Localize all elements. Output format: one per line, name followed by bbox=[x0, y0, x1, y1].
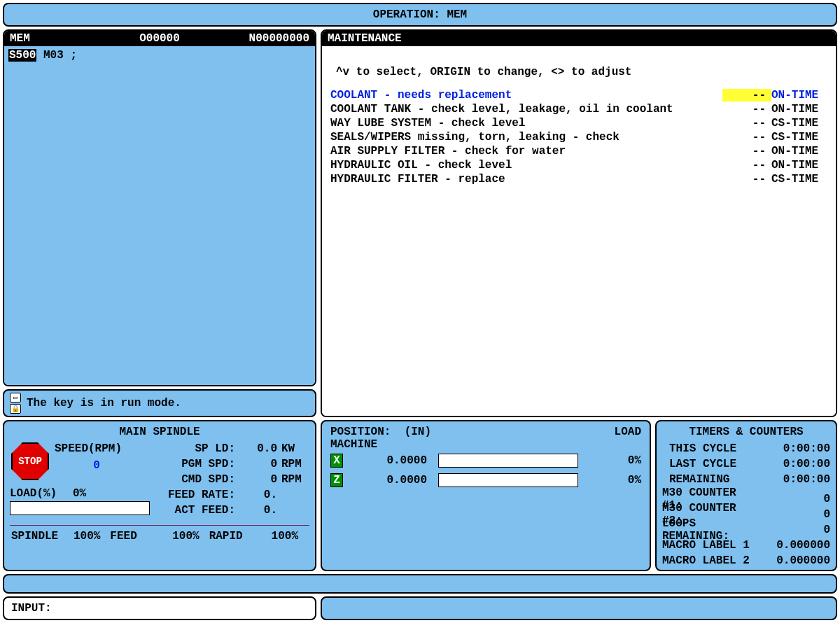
timer-value: 0.000000 bbox=[760, 539, 830, 552]
timer-row: LOOPS REMAINING:0 bbox=[662, 522, 830, 538]
operation-title: OPERATION: MEM bbox=[373, 8, 467, 21]
spindle-row-value: 0.0 bbox=[239, 442, 281, 455]
maintenance-time: ON-TIME bbox=[771, 89, 827, 102]
axis-value: 0.0000 bbox=[349, 454, 433, 467]
input-panel[interactable]: INPUT: bbox=[3, 596, 316, 620]
timer-value: 0:00:00 bbox=[760, 473, 830, 486]
timer-label: LAST CYCLE bbox=[662, 458, 760, 470]
maintenance-time: ON-TIME bbox=[771, 159, 827, 172]
maintenance-time: ON-TIME bbox=[771, 103, 827, 115]
maintenance-item[interactable]: AIR SUPPLY FILTER - check for water--ON-… bbox=[330, 144, 827, 158]
override-spindle-value: 100% bbox=[65, 530, 110, 542]
maintenance-desc: HYDRAULIC FILTER - replace bbox=[330, 173, 722, 186]
maintenance-time: ON-TIME bbox=[771, 145, 827, 158]
spindle-row: FEED RATE:0. bbox=[155, 487, 309, 503]
spindle-row: SP LD:0.0KW bbox=[155, 441, 309, 456]
program-header: MEM O00000 N00000000 bbox=[4, 31, 315, 46]
timer-value: 0 bbox=[760, 524, 830, 536]
maintenance-item[interactable]: HYDRAULIC FILTER - replace--CS-TIME bbox=[330, 172, 827, 186]
timer-label: REMAINING bbox=[662, 473, 760, 486]
axis-load-pct: 0% bbox=[584, 474, 641, 486]
axis-label: Z bbox=[330, 473, 343, 487]
maintenance-instructions: ^v to select, ORIGIN to change, <> to ad… bbox=[330, 60, 827, 88]
maintenance-item[interactable]: COOLANT TANK - check level, leakage, oil… bbox=[330, 102, 827, 116]
spindle-row-label: ACT FEED: bbox=[155, 504, 239, 517]
override-spindle-label: SPINDLE bbox=[11, 530, 58, 542]
position-load-label: LOAD bbox=[599, 426, 641, 438]
program-body[interactable]: S500 M03 ; bbox=[4, 46, 315, 385]
lock-icon: 🔒 bbox=[10, 404, 21, 414]
program-panel: MEM O00000 N00000000 S500 M03 ; bbox=[3, 29, 316, 386]
spindle-row-label: FEED RATE: bbox=[155, 489, 239, 501]
maintenance-value: -- bbox=[722, 173, 771, 186]
spindle-speed-value: 0 bbox=[55, 455, 122, 472]
program-token-highlight: S500 bbox=[8, 49, 36, 62]
maintenance-value: -- bbox=[722, 103, 771, 115]
setup-icon: ▭ bbox=[10, 393, 21, 402]
status-bar bbox=[3, 574, 837, 594]
maintenance-list[interactable]: COOLANT - needs replacement--ON-TIMECOOL… bbox=[330, 88, 827, 186]
operation-header: OPERATION: MEM bbox=[3, 3, 837, 27]
message-text: The key is in run mode. bbox=[27, 397, 181, 410]
timers-panel: TIMERS & COUNTERS THIS CYCLE0:00:00LAST … bbox=[655, 420, 837, 571]
spindle-load-label: LOAD(%) bbox=[10, 487, 73, 500]
program-onumber: O00000 bbox=[110, 32, 210, 45]
program-token-rest: M03 ; bbox=[36, 49, 77, 62]
maintenance-value: -- bbox=[722, 117, 771, 130]
spindle-row: CMD SPD:0RPM bbox=[155, 472, 309, 487]
position-panel: POSITION: (IN) LOAD MACHINE X0.00000%Z0.… bbox=[321, 420, 651, 571]
maintenance-item[interactable]: SEALS/WIPERS missing, torn, leaking - ch… bbox=[330, 130, 827, 144]
message-panel: ▭ 🔒 The key is in run mode. bbox=[3, 389, 316, 417]
maintenance-title: MAINTENANCE bbox=[322, 31, 836, 46]
timer-label: THIS CYCLE bbox=[662, 442, 760, 455]
axis-row: Z0.00000% bbox=[330, 470, 641, 490]
spindle-panel: MAIN SPINDLE STOP SPEED(RPM) 0 LOAD(%) 0… bbox=[3, 420, 316, 571]
spindle-row: PGM SPD:0RPM bbox=[155, 456, 309, 472]
timer-value: 0:00:00 bbox=[760, 458, 830, 470]
timer-row: THIS CYCLE0:00:00 bbox=[662, 441, 830, 456]
spindle-title: MAIN SPINDLE bbox=[10, 424, 309, 441]
maintenance-time: CS-TIME bbox=[771, 131, 827, 144]
timer-row: LAST CYCLE0:00:00 bbox=[662, 456, 830, 472]
spindle-row-unit: RPM bbox=[281, 458, 309, 470]
spindle-row-value: 0. bbox=[239, 489, 281, 501]
maintenance-item[interactable]: HYDRAULIC OIL - check level--ON-TIME bbox=[330, 158, 827, 172]
maintenance-time: CS-TIME bbox=[771, 117, 827, 130]
maintenance-value: -- bbox=[722, 159, 771, 172]
maintenance-time: CS-TIME bbox=[771, 173, 827, 186]
maintenance-value: -- bbox=[722, 131, 771, 144]
axis-load-pct: 0% bbox=[584, 454, 641, 467]
spindle-speed-label: SPEED(RPM) bbox=[55, 441, 122, 455]
timer-row: MACRO LABEL 10.000000 bbox=[662, 538, 830, 553]
spindle-row-value: 0. bbox=[239, 504, 281, 517]
position-units: (IN) bbox=[405, 426, 431, 438]
maintenance-desc: HYDRAULIC OIL - check level bbox=[330, 159, 722, 172]
timer-value: 0 bbox=[760, 508, 830, 521]
axis-value: 0.0000 bbox=[349, 474, 433, 486]
spindle-row-label: SP LD: bbox=[155, 442, 239, 455]
override-feed-value: 100% bbox=[144, 530, 209, 542]
maintenance-value: -- bbox=[722, 89, 771, 102]
spindle-load-bar bbox=[10, 501, 150, 515]
maintenance-desc: WAY LUBE SYSTEM - check level bbox=[330, 117, 722, 130]
timer-value: 0 bbox=[760, 493, 830, 505]
spindle-row-unit: KW bbox=[281, 442, 309, 455]
maintenance-desc: AIR SUPPLY FILTER - check for water bbox=[330, 145, 722, 158]
timer-row: REMAINING0:00:00 bbox=[662, 472, 830, 487]
position-title: POSITION: bbox=[330, 426, 391, 438]
spindle-load-value: 0% bbox=[73, 487, 86, 500]
spindle-row-value: 0 bbox=[239, 473, 281, 486]
axis-load-bar bbox=[438, 454, 578, 468]
maintenance-item[interactable]: WAY LUBE SYSTEM - check level--CS-TIME bbox=[330, 116, 827, 130]
timer-value: 0:00:00 bbox=[760, 442, 830, 455]
maintenance-item[interactable]: COOLANT - needs replacement--ON-TIME bbox=[330, 88, 827, 102]
input-label: INPUT: bbox=[11, 602, 52, 615]
position-subtitle: MACHINE bbox=[330, 438, 641, 451]
axis-row: X0.00000% bbox=[330, 451, 641, 470]
override-rapid-label: RAPID bbox=[209, 530, 243, 542]
program-nnumber: N00000000 bbox=[209, 32, 309, 45]
override-rapid-value: 100% bbox=[250, 530, 308, 542]
maintenance-desc: SEALS/WIPERS missing, torn, leaking - ch… bbox=[330, 131, 722, 144]
maintenance-value: -- bbox=[722, 145, 771, 158]
spindle-row-value: 0 bbox=[239, 458, 281, 470]
